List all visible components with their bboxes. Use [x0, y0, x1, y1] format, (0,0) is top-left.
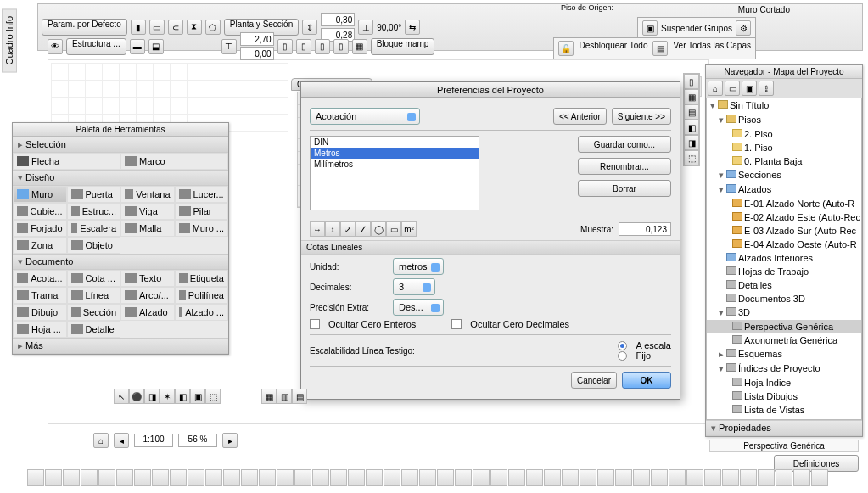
radio-scale[interactable] — [618, 341, 627, 350]
tool-fill[interactable]: Trama — [13, 287, 67, 304]
tree-elevations[interactable]: ▾Alzados — [707, 182, 861, 197]
tree-e04[interactable]: E-04 Alzado Oeste (Auto-R — [707, 238, 861, 251]
tool-drawing[interactable]: Dibujo — [13, 304, 67, 321]
tool-arc[interactable]: Arco/... — [120, 287, 175, 304]
tool-window[interactable]: Ventana — [120, 186, 175, 203]
ft1-7[interactable]: ⬚ — [205, 389, 221, 404]
tool-int-elevation[interactable]: Alzado ... — [175, 304, 229, 321]
info-box-tab[interactable]: Cuadro Info — [2, 8, 17, 72]
gear-icon[interactable]: ⚙ — [736, 20, 751, 36]
tool-column[interactable]: Pilar — [175, 203, 229, 220]
ft2-1[interactable]: ▦ — [261, 389, 277, 404]
bt-21[interactable] — [384, 469, 400, 486]
list-item-mm[interactable]: Milímetros — [311, 159, 479, 170]
ft2-2[interactable]: ▥ — [277, 389, 292, 404]
mp-5[interactable]: ◨ — [684, 135, 699, 150]
bt-41[interactable] — [740, 469, 757, 486]
rename-button[interactable]: Renombrar... — [578, 158, 671, 175]
nav-home-icon[interactable]: ⌂ — [93, 433, 109, 448]
bt-redo[interactable] — [116, 469, 133, 486]
tool-door[interactable]: Puerta — [67, 186, 121, 203]
tool-label[interactable]: Etiqueta — [175, 270, 229, 287]
tree-lista-dibujos[interactable]: Lista Dibujos — [707, 389, 861, 403]
slab-icon[interactable]: ▬ — [130, 39, 145, 54]
show-all-layers-label[interactable]: Ver Todas las Capas — [673, 41, 751, 56]
ok-button[interactable]: OK — [622, 372, 671, 389]
bt-zoom-out[interactable] — [312, 469, 329, 486]
ft2-3[interactable]: ▤ — [292, 389, 307, 404]
tool-polyline[interactable]: Polilínea — [175, 287, 229, 304]
radio-fixed[interactable] — [618, 351, 627, 361]
tree-3ddoc[interactable]: Documentos 3D — [707, 292, 861, 305]
next-button[interactable]: Siguiente >> — [612, 108, 671, 125]
bt-40[interactable] — [722, 469, 739, 486]
sample-input[interactable] — [619, 222, 671, 236]
bt-24[interactable] — [437, 469, 454, 486]
nav-tab-view[interactable]: ▭ — [725, 81, 740, 96]
bt-paste[interactable] — [170, 469, 187, 486]
mp-4[interactable]: ◧ — [684, 120, 699, 135]
dim-opt-7[interactable]: m² — [401, 221, 417, 237]
bt-11[interactable] — [205, 469, 222, 486]
list-item-metros[interactable]: Metros — [311, 148, 479, 159]
bt-42[interactable] — [758, 469, 775, 486]
tool-elevation[interactable]: Alzado — [120, 304, 175, 321]
bt-33[interactable] — [597, 469, 614, 486]
suspend-groups-label[interactable]: Suspender Grupos — [661, 24, 732, 33]
tree-details[interactable]: Detalles — [707, 278, 861, 292]
bt-10[interactable] — [188, 469, 204, 486]
navigator-tree[interactable]: ▾Sin Título ▾Pisos 2. Piso 1. Piso 0. Pl… — [706, 98, 862, 420]
tree-sections[interactable]: ▾Secciones — [707, 168, 861, 182]
tree-schedules[interactable]: ▸Esquemas — [707, 347, 861, 361]
tool-dimension[interactable]: Acota... — [13, 270, 67, 287]
tree-3d[interactable]: ▾3D — [707, 305, 861, 320]
bt-23[interactable] — [419, 469, 436, 486]
hide-zero-whole-checkbox[interactable] — [310, 319, 320, 329]
tool-section[interactable]: Sección — [67, 304, 121, 321]
mp-6[interactable]: ⬚ — [684, 150, 699, 165]
bt-35[interactable] — [633, 469, 650, 486]
tree-axon[interactable]: Axonometría Genérica — [707, 333, 861, 347]
dim-opt-6[interactable]: ▭ — [386, 221, 401, 237]
tree-indexes[interactable]: ▾Índices de Proyecto — [707, 361, 861, 376]
dim-opt-1[interactable]: ↔ — [310, 221, 325, 237]
zoom-field[interactable]: 56 % — [178, 434, 217, 447]
bt-31[interactable] — [562, 469, 579, 486]
tool-zone[interactable]: Zona — [13, 237, 67, 254]
ft1-5[interactable]: ◧ — [175, 389, 190, 404]
tree-story-2[interactable]: 2. Piso — [707, 127, 861, 141]
bt-37[interactable] — [669, 469, 686, 486]
section-document[interactable]: ▾ Documento — [13, 254, 228, 270]
tool-marquee[interactable]: Marco — [120, 153, 228, 170]
standards-listbox[interactable]: DIN Metros Milímetros — [310, 136, 479, 210]
bt-29[interactable] — [526, 469, 543, 486]
tool-level[interactable]: Cota ... — [67, 270, 121, 287]
precision-dropdown[interactable]: Des... — [393, 299, 444, 316]
nav-tab-layout[interactable]: ▣ — [742, 81, 757, 96]
scale-field[interactable]: 1:100 — [134, 434, 173, 447]
nav-next-icon[interactable]: ▸ — [222, 433, 238, 448]
section-selection[interactable]: ▸ Selección — [13, 137, 228, 153]
bt-open[interactable] — [45, 469, 62, 486]
structure-dropdown[interactable]: Estructura ... — [66, 38, 126, 55]
eye-icon[interactable]: 👁 — [48, 39, 63, 54]
bt-39[interactable] — [704, 469, 721, 486]
tool-text[interactable]: Texto — [120, 270, 175, 287]
tool-detail[interactable]: Detalle — [67, 321, 121, 338]
unlock-icon[interactable]: 🔓 — [558, 41, 574, 56]
delete-button[interactable]: Borrar — [578, 180, 671, 197]
tree-lista-vistas[interactable]: Lista de Vistas — [707, 403, 861, 417]
bt-cut[interactable] — [134, 469, 151, 486]
height-input-2[interactable] — [240, 47, 274, 60]
nav-tab-pub[interactable]: ⇪ — [759, 81, 774, 96]
bt-save[interactable] — [63, 469, 80, 486]
bt-19[interactable] — [348, 469, 365, 486]
bt-15[interactable] — [277, 469, 294, 486]
bt-26[interactable] — [473, 469, 490, 486]
tree-stories[interactable]: ▾Pisos — [707, 113, 861, 127]
ft1-6[interactable]: ▣ — [190, 389, 205, 404]
tree-e03[interactable]: E-03 Alzado Sur (Auto-Rec — [707, 224, 861, 238]
bt-print[interactable] — [81, 469, 98, 486]
mp-2[interactable]: ▦ — [684, 89, 699, 104]
mp-3[interactable]: ▤ — [684, 104, 699, 120]
